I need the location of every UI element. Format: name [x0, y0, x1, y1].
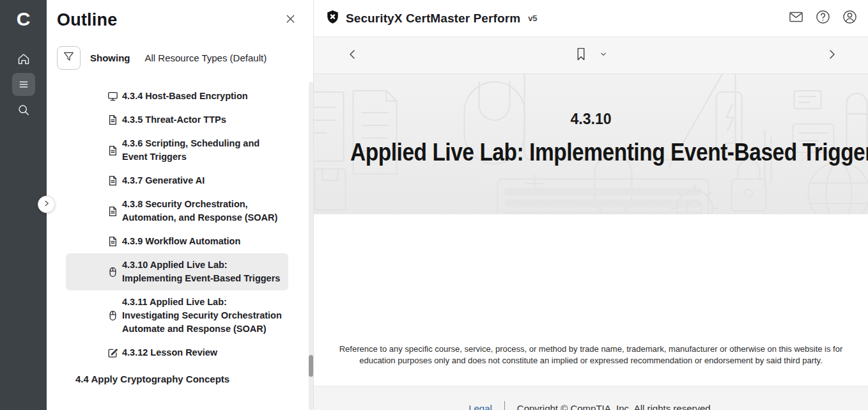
- filter-row: Showing All Resource Types (Default): [57, 46, 313, 70]
- chevron-left-icon: [346, 47, 360, 64]
- outline-item-label: 4.3.6 Scripting, Scheduling and Event Tr…: [122, 137, 283, 164]
- outline-menu-icon: [17, 77, 31, 91]
- outline-item[interactable]: 4.3.6 Scripting, Scheduling and Event Tr…: [66, 132, 288, 169]
- outline-item[interactable]: 4.3.9 Workflow Automation: [66, 230, 288, 253]
- lesson-title: Applied Live Lab: Implementing Event-Bas…: [350, 139, 868, 166]
- outline-list: 4.3.4 Host-Based Encryption 4.3.5 Threat…: [47, 84, 313, 365]
- outline-item-label: 4.3.4 Host-Based Encryption: [122, 90, 283, 103]
- header-actions: [788, 9, 858, 28]
- mouse-icon: [107, 310, 118, 321]
- panel-expand-button[interactable]: [38, 196, 55, 213]
- bookmark-menu-button[interactable]: [598, 49, 608, 61]
- legal-link[interactable]: Legal: [469, 403, 492, 410]
- document-icon: [107, 114, 118, 125]
- filter-button[interactable]: [57, 46, 81, 70]
- outline-item-label: 4.3.10 Applied Live Lab: Implementing Ev…: [122, 258, 283, 285]
- account-icon: [842, 9, 858, 28]
- outline-item[interactable]: 4.3.12 Lesson Review: [66, 341, 288, 365]
- outline-item[interactable]: 4.3.10 Applied Live Lab: Implementing Ev…: [66, 253, 288, 290]
- home-icon: [17, 52, 31, 66]
- mail-icon: [788, 9, 804, 28]
- outline-close-button[interactable]: [284, 13, 297, 28]
- filter-value[interactable]: All Resource Types (Default): [145, 52, 267, 63]
- messages-button[interactable]: [788, 9, 804, 28]
- chevron-down-icon: [598, 49, 608, 61]
- bookmark-button[interactable]: [574, 47, 587, 64]
- outline-section-header[interactable]: 4.4 Apply Cryptography Concepts: [75, 368, 313, 390]
- rail-nav: [12, 47, 35, 122]
- document-icon: [107, 236, 118, 247]
- bookmark-icon: [574, 47, 587, 64]
- lesson-number: 4.3.10: [314, 111, 868, 128]
- copyright-text: Copyright © CompTIA, Inc. All rights res…: [517, 403, 713, 410]
- account-button[interactable]: [842, 9, 858, 28]
- chevron-right-icon: [825, 47, 839, 64]
- help-button[interactable]: [815, 9, 831, 28]
- outline-item-label: 4.3.11 Applied Live Lab: Investigating S…: [122, 296, 283, 336]
- outline-item-label: 4.3.7 Generative AI: [122, 174, 283, 187]
- outline-menu-button[interactable]: [12, 73, 35, 96]
- main-content: SecurityX CertMaster Perform v5: [313, 0, 868, 410]
- chevron-right-icon: [42, 199, 51, 210]
- edit-icon: [107, 347, 118, 358]
- document-icon: [107, 175, 118, 186]
- mouse-icon: [107, 267, 118, 278]
- product-title: SecurityX CertMaster Perform: [346, 12, 520, 26]
- filter-funnel-icon: [63, 51, 75, 65]
- monitor-icon: [107, 91, 118, 102]
- outline-item[interactable]: 4.3.7 Generative AI: [66, 169, 288, 193]
- lesson-toolbar: [314, 37, 868, 74]
- app-window: C Outline: [0, 0, 868, 410]
- disclaimer-text: Reference to any specific course, servic…: [336, 343, 847, 367]
- close-icon: [284, 13, 297, 28]
- brand: SecurityX CertMaster Perform v5: [325, 10, 538, 27]
- outline-item-label: 4.3.8 Security Orchestration, Automation…: [122, 198, 283, 225]
- help-icon: [815, 9, 831, 28]
- next-page-button[interactable]: [825, 47, 839, 64]
- outline-panel-header: Outline: [47, 0, 313, 30]
- document-icon: [107, 145, 118, 156]
- outline-item[interactable]: 4.3.11 Applied Live Lab: Investigating S…: [66, 290, 288, 341]
- outline-item-label: 4.3.5 Threat-Actor TTPs: [122, 113, 283, 127]
- outline-item-label: 4.3.9 Workflow Automation: [122, 235, 283, 248]
- lesson-body: Reference to any specific course, servic…: [314, 214, 868, 386]
- outline-title: Outline: [57, 10, 117, 30]
- home-button[interactable]: [12, 47, 35, 70]
- product-version: v5: [528, 13, 537, 23]
- previous-page-button[interactable]: [346, 47, 360, 64]
- lesson-banner: 4.3.10 Applied Live Lab: Implementing Ev…: [314, 74, 868, 214]
- comptia-logo: C: [17, 6, 31, 32]
- search-icon: [17, 103, 31, 117]
- outline-item[interactable]: 4.3.4 Host-Based Encryption: [66, 84, 288, 108]
- document-icon: [107, 206, 118, 217]
- outline-scrollbar-thumb[interactable]: [309, 355, 313, 377]
- outline-item-label: 4.3.12 Lesson Review: [122, 346, 283, 359]
- page-footer: Legal Copyright © CompTIA, Inc. All righ…: [314, 386, 868, 410]
- outline-item[interactable]: 4.3.5 Threat-Actor TTPs: [66, 108, 288, 132]
- outline-scrollbar-track[interactable]: [309, 82, 313, 410]
- search-button[interactable]: [12, 99, 35, 122]
- footer-divider: [504, 401, 505, 410]
- content-header: SecurityX CertMaster Perform v5: [314, 0, 868, 37]
- outline-panel: Outline Showing All Resource Types (Defa…: [47, 0, 313, 410]
- outline-item[interactable]: 4.3.8 Security Orchestration, Automation…: [66, 193, 288, 230]
- bookmark-group: [574, 47, 608, 64]
- shield-x-icon: [325, 10, 340, 27]
- filter-label: Showing: [90, 52, 130, 63]
